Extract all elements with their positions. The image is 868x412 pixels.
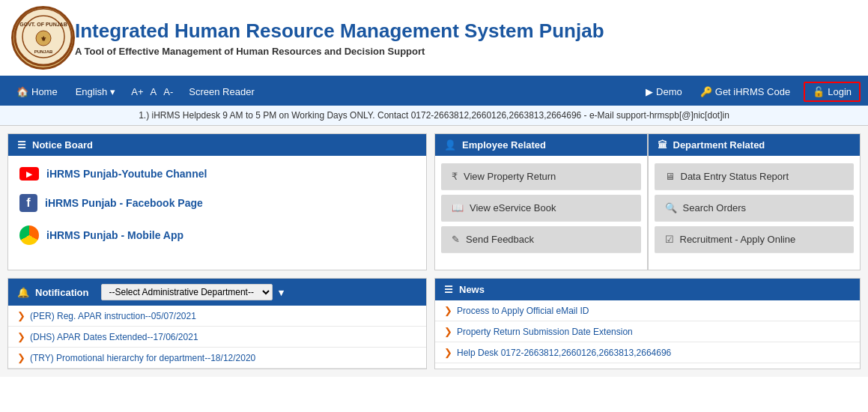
building-icon: 🏛 [658, 139, 667, 151]
select-dropdown-icon: ▾ [279, 287, 284, 298]
monitor-icon: 🖥 [665, 171, 675, 182]
news-panel: ☰ News ❯ Process to Apply Official eMail… [434, 278, 861, 369]
book-icon: 📖 [452, 202, 464, 213]
recruitment-item[interactable]: ☑ Recruitment - Apply Online [655, 226, 855, 253]
view-property-return-item[interactable]: ₹ View Property Return [441, 163, 641, 190]
news-text-0: Process to Apply Official eMail ID [457, 306, 589, 316]
font-decrease-button[interactable]: A- [161, 85, 175, 99]
employee-panel-title: Employee Related [462, 139, 546, 151]
svg-text:GOVT. OF PUNJAB: GOVT. OF PUNJAB [19, 22, 67, 27]
recruitment-label: Recruitment - Apply Online [680, 234, 796, 245]
data-entry-status-label: Data Entry Status Report [681, 171, 789, 182]
mobile-app-icon [19, 225, 39, 245]
demo-label: Demo [656, 86, 682, 97]
news-arrow-2: ❯ [444, 347, 452, 358]
navbar: 🏠 Home English ▾ A+ A A- Screen Reader ▶… [0, 77, 868, 106]
news-item-0[interactable]: ❯ Process to Apply Official eMail ID [435, 300, 860, 321]
notif-arrow-0: ❯ [17, 310, 25, 321]
notification-panel: 🔔 Notification --Select Administrative D… [7, 278, 427, 369]
nav-screen-reader[interactable]: Screen Reader [180, 80, 263, 103]
app-subtitle: A Tool of Effective Management of Human … [75, 46, 857, 57]
notice-board-body: iHRMS Punjab-Youtube Channel f iHRMS Pun… [8, 156, 426, 270]
svg-text:⚜: ⚜ [40, 35, 46, 43]
notif-item-0[interactable]: ❯ (PER) Reg. APAR instruction--05/07/202… [8, 306, 426, 327]
department-panel-header: 🏛 Department Related [649, 134, 861, 156]
view-eservice-book-label: View eService Book [470, 202, 556, 213]
logo: GOVT. OF PUNJAB ⚜ PUNJAB [11, 6, 75, 70]
search-orders-label: Search Orders [683, 202, 747, 213]
main-content: ☰ Notice Board iHRMS Punjab-Youtube Chan… [0, 126, 868, 278]
nav-home-label: Home [31, 86, 58, 97]
nav-ihrms-code[interactable]: 🔑 Get iHRMS Code [691, 80, 799, 103]
font-controls: A+ A A- [124, 85, 180, 99]
news-header: ☰ News [435, 279, 860, 300]
notif-arrow-2: ❯ [17, 352, 25, 363]
header-title-block: Integrated Human Resource Management Sys… [75, 19, 857, 57]
helpdesk-bar: 1.) iHRMS Helpdesk 9 AM to 5 PM on Worki… [0, 106, 868, 126]
news-text-1: Property Return Submission Date Extensio… [457, 327, 633, 337]
notice-facebook-text: iHRMS Punjab - Facebook Page [45, 197, 203, 209]
data-entry-status-item[interactable]: 🖥 Data Entry Status Report [655, 163, 855, 190]
notice-board-panel: ☰ Notice Board iHRMS Punjab-Youtube Chan… [7, 133, 427, 270]
notice-mobile[interactable]: iHRMS Punjab - Mobile App [19, 225, 415, 245]
rupee-icon: ₹ [452, 171, 458, 182]
login-label: Login [828, 86, 852, 97]
checkbox-icon: ☑ [665, 234, 674, 245]
employee-panel: 👤 Employee Related ₹ View Property Retur… [434, 133, 648, 270]
bell-icon: 🔔 [17, 287, 29, 298]
nav-home[interactable]: 🏠 Home [7, 80, 67, 103]
font-normal-button[interactable]: A [148, 85, 160, 99]
demo-icon: ▶ [646, 86, 653, 97]
admin-dept-select[interactable]: --Select Administrative Department-- [101, 284, 273, 300]
login-button[interactable]: 🔓 Login [804, 82, 861, 102]
notice-board-header: ☰ Notice Board [8, 134, 426, 156]
notification-title: Notification [35, 287, 89, 298]
news-text-2: Help Desk 0172-2663812,2660126,2663813,2… [457, 348, 671, 358]
login-icon: 🔓 [813, 86, 825, 97]
nav-demo[interactable]: ▶ Demo [637, 80, 691, 103]
facebook-icon: f [19, 194, 37, 212]
notice-mobile-text: iHRMS Punjab - Mobile App [46, 229, 183, 241]
notice-youtube-text: iHRMS Punjab-Youtube Channel [46, 168, 207, 180]
notif-item-1[interactable]: ❯ (DHS) APAR Dates Extended--17/06/2021 [8, 327, 426, 348]
notice-board-title: Notice Board [32, 139, 93, 151]
news-title: News [459, 284, 485, 295]
search-orders-item[interactable]: 🔍 Search Orders [655, 195, 855, 222]
news-arrow-0: ❯ [444, 305, 452, 316]
nav-english[interactable]: English ▾ [67, 80, 125, 103]
home-icon: 🏠 [16, 86, 28, 97]
helpdesk-message: 1.) iHRMS Helpdesk 9 AM to 5 PM on Worki… [139, 110, 729, 121]
youtube-icon [19, 167, 39, 181]
news-arrow-1: ❯ [444, 326, 452, 337]
department-panel: 🏛 Department Related 🖥 Data Entry Status… [648, 133, 861, 270]
bottom-section: 🔔 Notification --Select Administrative D… [0, 278, 868, 377]
news-icon: ☰ [444, 284, 453, 295]
english-label: English [76, 86, 108, 97]
notice-board-icon: ☰ [17, 139, 26, 151]
send-feedback-label: Send Feedback [466, 234, 534, 245]
department-panel-title: Department Related [673, 139, 765, 151]
notice-youtube[interactable]: iHRMS Punjab-Youtube Channel [19, 167, 415, 181]
news-item-1[interactable]: ❯ Property Return Submission Date Extens… [435, 321, 860, 342]
notif-text-0: (PER) Reg. APAR instruction--05/07/2021 [30, 311, 196, 321]
key-icon: 🔑 [700, 86, 712, 97]
notice-facebook[interactable]: f iHRMS Punjab - Facebook Page [19, 194, 415, 212]
send-feedback-item[interactable]: ✎ Send Feedback [441, 226, 641, 253]
feedback-icon: ✎ [452, 234, 460, 245]
notification-list: ❯ (PER) Reg. APAR instruction--05/07/202… [8, 306, 426, 369]
news-item-2[interactable]: ❯ Help Desk 0172-2663812,2660126,2663813… [435, 342, 860, 363]
dropdown-icon: ▾ [110, 86, 115, 97]
notif-item-2[interactable]: ❯ (TRY) Promotional hierarchy for depart… [8, 348, 426, 369]
ihrms-code-label: Get iHRMS Code [715, 86, 790, 97]
nav-right: ▶ Demo 🔑 Get iHRMS Code 🔓 Login [637, 80, 861, 103]
notif-text-1: (DHS) APAR Dates Extended--17/06/2021 [30, 332, 198, 342]
notification-header: 🔔 Notification --Select Administrative D… [8, 279, 426, 306]
svg-text:PUNJAB: PUNJAB [34, 49, 52, 54]
font-increase-button[interactable]: A+ [129, 85, 145, 99]
department-panel-body: 🖥 Data Entry Status Report 🔍 Search Orde… [649, 156, 861, 264]
screen-reader-label: Screen Reader [189, 86, 254, 97]
employee-panel-header: 👤 Employee Related [435, 134, 647, 156]
notif-text-2: (TRY) Promotional hierarchy for departme… [30, 353, 255, 363]
header-section: GOVT. OF PUNJAB ⚜ PUNJAB Integrated Huma… [0, 0, 868, 77]
view-eservice-book-item[interactable]: 📖 View eService Book [441, 195, 641, 222]
